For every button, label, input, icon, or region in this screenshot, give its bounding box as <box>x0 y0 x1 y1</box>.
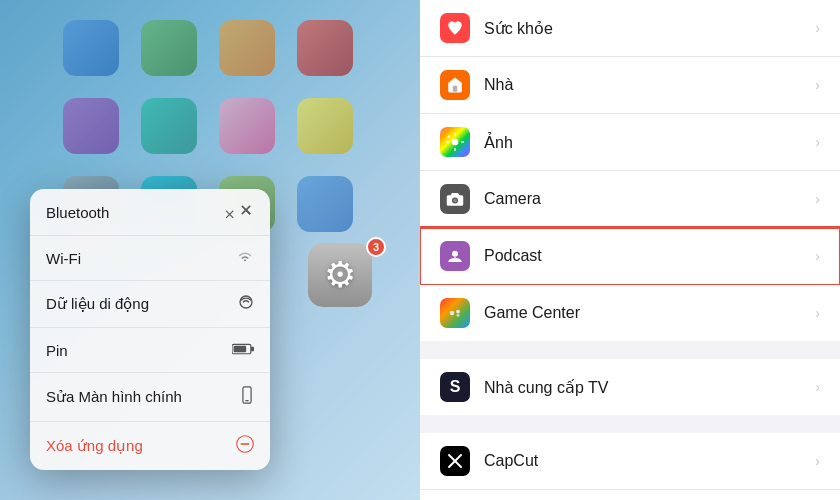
capcut-chevron: › <box>815 453 820 469</box>
svg-rect-13 <box>461 141 464 143</box>
settings-icon-wrap[interactable]: ⚙ 3 <box>308 243 380 315</box>
app-icon[interactable] <box>141 20 197 76</box>
suckhoe-label: Sức khỏe <box>484 19 815 38</box>
section-gap-2 <box>420 415 840 433</box>
mobile-data-icon <box>238 294 254 314</box>
svg-point-22 <box>457 314 460 317</box>
settings-section-health-home: Sức khỏe › Nhà › <box>420 0 840 341</box>
app-icon[interactable] <box>63 20 119 76</box>
settings-row-podcast[interactable]: Podcast › <box>420 228 840 285</box>
svg-rect-12 <box>446 141 449 143</box>
nha-label: Nhà <box>484 76 815 94</box>
svg-rect-10 <box>454 133 456 136</box>
svg-rect-3 <box>234 346 247 352</box>
bluetooth-icon: ⨉ <box>225 202 254 222</box>
app-icon[interactable] <box>297 176 353 232</box>
svg-rect-11 <box>454 148 456 151</box>
menu-item-battery[interactable]: Pin <box>30 328 270 373</box>
app-icon[interactable] <box>297 98 353 154</box>
camera-icon <box>440 184 470 214</box>
app-icon[interactable] <box>297 20 353 76</box>
settings-row-anh[interactable]: Ảnh › <box>420 114 840 171</box>
podcast-icon <box>440 241 470 271</box>
gear-icon: ⚙ <box>324 254 356 296</box>
app-icon[interactable] <box>219 98 275 154</box>
svg-rect-8 <box>453 86 458 92</box>
wifi-label: Wi-Fi <box>46 250 81 267</box>
suckhoe-icon <box>440 13 470 43</box>
svg-point-9 <box>452 139 459 146</box>
camera-label: Camera <box>484 190 815 208</box>
menu-item-wifi[interactable]: Wi-Fi <box>30 236 270 281</box>
settings-row-suckhoe[interactable]: Sức khỏe › <box>420 0 840 57</box>
battery-label: Pin <box>46 342 68 359</box>
svg-point-16 <box>453 199 457 203</box>
settings-row-nha[interactable]: Nhà › <box>420 57 840 114</box>
battery-icon <box>232 341 254 359</box>
camera-chevron: › <box>815 191 820 207</box>
delete-app-icon <box>236 435 254 457</box>
capcut-icon <box>440 446 470 476</box>
mobile-data-label: Dữ liệu di động <box>46 295 149 313</box>
anh-icon <box>440 127 470 157</box>
notification-badge: 3 <box>366 237 386 257</box>
edit-homescreen-label: Sửa Màn hình chính <box>46 388 182 406</box>
app-icon[interactable] <box>63 98 119 154</box>
svg-point-20 <box>450 311 455 316</box>
gamecenter-label: Game Center <box>484 304 815 322</box>
svg-rect-14 <box>447 135 451 139</box>
delete-app-label: Xóa ứng dụng <box>46 437 143 455</box>
context-menu: Bluetooth ⨉ Wi-Fi Dữ liệu di động <box>30 189 270 470</box>
settings-row-tvprovider[interactable]: S Nhà cung cấp TV › <box>420 359 840 415</box>
tvprovider-icon: S <box>440 372 470 402</box>
gamecenter-icon <box>440 298 470 328</box>
menu-item-delete-app[interactable]: Xóa ứng dụng <box>30 422 270 470</box>
menu-item-bluetooth[interactable]: Bluetooth ⨉ <box>30 189 270 236</box>
anh-chevron: › <box>815 134 820 150</box>
settings-row-gamecenter[interactable]: Game Center › <box>420 285 840 341</box>
settings-app-icon[interactable]: ⚙ <box>308 243 372 307</box>
podcast-label: Podcast <box>484 247 815 265</box>
app-icon[interactable] <box>219 20 275 76</box>
suckhoe-chevron: › <box>815 20 820 36</box>
menu-item-edit-homescreen[interactable]: Sửa Màn hình chính <box>30 373 270 422</box>
tvprovider-chevron: › <box>815 379 820 395</box>
settings-row-capcut[interactable]: CapCut › <box>420 433 840 490</box>
settings-row-camera[interactable]: Camera › <box>420 171 840 228</box>
settings-section-tv: S Nhà cung cấp TV › <box>420 359 840 415</box>
svg-point-21 <box>456 310 460 314</box>
bluetooth-label: Bluetooth <box>46 204 109 221</box>
capcut-label: CapCut <box>484 452 815 470</box>
menu-item-mobile-data[interactable]: Dữ liệu di động <box>30 281 270 328</box>
svg-point-17 <box>452 251 458 257</box>
edit-homescreen-icon <box>240 386 254 408</box>
wifi-icon <box>236 249 254 267</box>
podcast-chevron: › <box>815 248 820 264</box>
app-icon[interactable] <box>141 98 197 154</box>
settings-section-apps: CapCut › f Facebook › Gm <box>420 433 840 500</box>
settings-list: Sức khỏe › Nhà › <box>420 0 840 500</box>
right-panel: Sức khỏe › Nhà › <box>420 0 840 500</box>
nha-chevron: › <box>815 77 820 93</box>
svg-rect-2 <box>251 347 254 352</box>
gamecenter-chevron: › <box>815 305 820 321</box>
tvprovider-label: Nhà cung cấp TV <box>484 378 815 397</box>
left-panel: ⚙ 3 Bluetooth ⨉ Wi-Fi <box>0 0 420 500</box>
settings-row-facebook[interactable]: f Facebook › <box>420 490 840 500</box>
anh-label: Ảnh <box>484 133 815 152</box>
nha-icon <box>440 70 470 100</box>
section-gap-1 <box>420 341 840 359</box>
